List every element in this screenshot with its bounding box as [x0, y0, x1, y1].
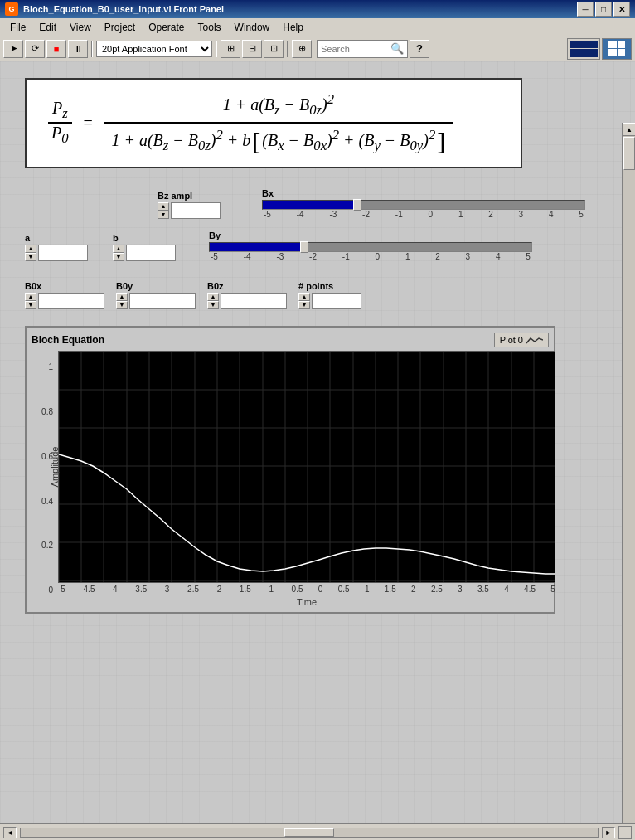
formula-main-fraction: 1 + a(Bz − B0z)2 1 + a(Bz − B0z)2 + b [ …: [104, 91, 453, 155]
b0y-down[interactable]: ▼: [116, 301, 128, 309]
toolbar-resize-btn[interactable]: ⊡: [264, 40, 284, 58]
plot-icon: [526, 335, 543, 345]
a-arrows: ▲ ▼: [25, 245, 36, 261]
bx-slider-track[interactable]: [262, 200, 585, 210]
by-slider-thumb[interactable]: [300, 241, 308, 253]
scroll-thumb[interactable]: [623, 137, 635, 170]
a-up[interactable]: ▲: [25, 245, 36, 253]
x-axis-title: Time: [58, 597, 555, 607]
b0y-field[interactable]: 0.238: [129, 293, 196, 309]
b0x-field[interactable]: 0.293: [38, 293, 104, 309]
formula-fraction-pz: Pz P0: [48, 99, 72, 147]
num-points-up[interactable]: ▲: [298, 293, 310, 301]
font-selector[interactable]: 20pt Application Font: [96, 41, 212, 57]
toolbar-align-btn[interactable]: ⊞: [221, 40, 240, 58]
formula-p0: P0: [48, 124, 72, 147]
toolbar-extra-btn[interactable]: ⊕: [292, 40, 312, 58]
b0z-down[interactable]: ▼: [207, 301, 219, 309]
formula-numerator: 1 + a(Bz − B0z)2: [220, 91, 337, 122]
b0z-input-wrapper: ▲ ▼ 1.724: [207, 293, 287, 309]
b0x-arrows: ▲ ▼: [25, 293, 36, 309]
bz-ampl-up[interactable]: ▲: [158, 202, 169, 211]
toolbar-stop-btn[interactable]: ■: [46, 40, 66, 58]
b-up[interactable]: ▲: [113, 245, 124, 253]
b0z-up[interactable]: ▲: [207, 293, 219, 301]
maximize-button[interactable]: □: [595, 2, 612, 17]
b-down[interactable]: ▼: [113, 253, 124, 261]
toolbar-arrow-btn[interactable]: ➤: [3, 40, 23, 58]
plot-label: Plot 0: [500, 335, 523, 345]
close-button[interactable]: ✕: [613, 2, 630, 17]
chart-plot-selector[interactable]: Plot 0: [494, 333, 549, 347]
b-control: b ▲ ▼ 0.7: [113, 233, 176, 261]
chart-svg-wrapper: Amplitude: [58, 351, 555, 583]
menu-view[interactable]: View: [63, 20, 98, 35]
a-control: a ▲ ▼ 0.7: [25, 233, 88, 261]
by-ticks: -5-4-3-2-1012345: [209, 252, 532, 261]
y-axis-title: Amplitude: [50, 446, 60, 487]
b-field[interactable]: 0.7: [126, 245, 176, 261]
bz-ampl-arrows: ▲ ▼: [158, 202, 169, 219]
formula-pz: Pz: [49, 99, 71, 122]
chart-svg: [58, 351, 555, 583]
menu-project[interactable]: Project: [98, 20, 142, 35]
a-down[interactable]: ▼: [25, 253, 36, 261]
toolbar-help-btn[interactable]: ?: [410, 40, 429, 58]
horizontal-scroll-thumb[interactable]: [284, 828, 334, 837]
bx-slider-thumb[interactable]: [353, 199, 361, 211]
bz-ampl-field[interactable]: 5: [171, 202, 221, 219]
menu-help[interactable]: Help: [276, 20, 310, 35]
by-label: By: [209, 231, 610, 240]
menu-edit[interactable]: Edit: [32, 20, 63, 35]
formula-box: Pz P0 = 1 + a(Bz − B0z)2 1 + a(Bz − B0z)…: [25, 78, 522, 168]
bz-ampl-control: Bz ampl ▲ ▼ 5: [158, 191, 221, 219]
b0y-arrows: ▲ ▼: [116, 293, 128, 309]
formula-open-bracket: [: [252, 127, 260, 155]
b-arrows: ▲ ▼: [113, 245, 124, 261]
toolbar-separator-2: [216, 41, 217, 57]
num-points-control: # points ▲ ▼ 100: [298, 281, 361, 309]
horizontal-scrollbar[interactable]: [20, 828, 599, 838]
b0y-input-wrapper: ▲ ▼ 0.238: [116, 293, 196, 309]
scroll-right-button[interactable]: ►: [602, 827, 615, 838]
bx-slider-track-area: -5-4-3-2-1012345: [262, 200, 610, 219]
b0x-up[interactable]: ▲: [25, 293, 36, 301]
chart-title: Bloch Equation: [32, 334, 104, 346]
minimize-button[interactable]: ─: [577, 2, 594, 17]
toolbar-loop-btn[interactable]: ⟳: [25, 40, 45, 58]
a-field[interactable]: 0.7: [38, 245, 88, 261]
toolbar-pause-btn[interactable]: ⏸: [68, 40, 88, 58]
formula-denominator: 1 + a(Bz − B0z)2 + b [ (Bx − B0x)2 + (By…: [108, 124, 448, 155]
b-input-wrapper: ▲ ▼ 0.7: [113, 245, 176, 261]
control-row-3: B0x ▲ ▼ 0.293 B0y ▲ ▼: [25, 281, 610, 309]
bz-ampl-down[interactable]: ▼: [158, 211, 169, 219]
control-row-1: Bz ampl ▲ ▼ 5 Bx: [25, 188, 610, 219]
b0x-down[interactable]: ▼: [25, 301, 36, 309]
b0x-control: B0x ▲ ▼ 0.293: [25, 281, 104, 309]
scroll-up-button[interactable]: ▲: [623, 123, 635, 136]
b0y-up[interactable]: ▲: [116, 293, 128, 301]
by-slider-track[interactable]: [209, 242, 532, 252]
toolbar-icon-2: [602, 38, 632, 60]
b0z-arrows: ▲ ▼: [207, 293, 219, 309]
menu-file[interactable]: File: [3, 20, 32, 35]
content-panel: Pz P0 = 1 + a(Bz − B0z)2 1 + a(Bz − B0z)…: [0, 61, 635, 808]
b0x-label: B0x: [25, 281, 41, 291]
search-box: 🔍: [317, 40, 408, 58]
by-slider-control: By -5-4-3-2-1012345: [209, 231, 610, 261]
num-points-down[interactable]: ▼: [298, 301, 310, 309]
num-points-field[interactable]: 100: [312, 293, 361, 309]
menu-operate[interactable]: Operate: [142, 20, 191, 35]
scroll-left-button[interactable]: ◄: [3, 827, 17, 838]
bx-label: Bx: [262, 188, 610, 198]
toolbar-separator-3: [287, 41, 288, 57]
b0z-control: B0z ▲ ▼ 1.724: [207, 281, 287, 309]
menu-tools[interactable]: Tools: [191, 20, 228, 35]
main-area: Pz P0 = 1 + a(Bz − B0z)2 1 + a(Bz − B0z)…: [0, 61, 635, 823]
search-input[interactable]: [321, 44, 387, 54]
menu-window[interactable]: Window: [228, 20, 277, 35]
vertical-scrollbar: ▲ ▼: [622, 123, 635, 823]
toolbar-dist-btn[interactable]: ⊟: [242, 40, 262, 58]
b0z-field[interactable]: 1.724: [221, 293, 287, 309]
window-title: Bloch_Equation_B0_user_input.vi Front Pa…: [23, 4, 577, 14]
